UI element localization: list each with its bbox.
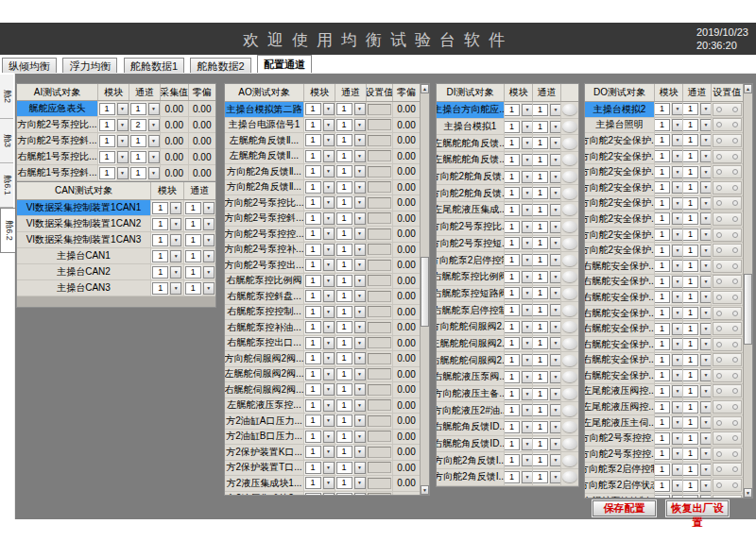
table-row[interactable]: 方向舵2舵角反馈...1▼1▼ xyxy=(437,169,578,186)
dropdown-value[interactable]: 1 xyxy=(185,266,201,279)
table-row[interactable]: 方向舵液压主备...1▼1▼ xyxy=(437,386,578,403)
dropdown-select[interactable]: 1▼ xyxy=(505,371,533,383)
dropdown-select[interactable]: 1▼ xyxy=(533,304,561,316)
table-row[interactable]: 右艉舵泵控比例阀1▼1▼0.00 xyxy=(225,274,420,290)
dropdown-arrow-icon[interactable]: ▼ xyxy=(522,221,533,233)
table-row[interactable]: 方向舵2号泵控控...1▼1▼ xyxy=(585,447,743,463)
dropdown-value[interactable]: 1 xyxy=(683,369,698,381)
set-value-toggle[interactable] xyxy=(713,431,742,445)
dropdown-select[interactable]: 1▼ xyxy=(336,368,366,380)
table-row[interactable]: 方向舵2号泵控斜...1▼1▼0.000.00 xyxy=(17,133,215,149)
dropdown-select[interactable]: 1▼ xyxy=(683,276,712,288)
dropdown-value[interactable]: 1 xyxy=(99,151,115,163)
dropdown-value[interactable]: 1 xyxy=(533,154,548,166)
dropdown-arrow-icon[interactable]: ▼ xyxy=(672,495,683,499)
row-label[interactable]: 右艉舵角反馈ⅠD... xyxy=(437,419,505,435)
dropdown-arrow-icon[interactable]: ▼ xyxy=(522,237,533,249)
dropdown-arrow-icon[interactable]: ▼ xyxy=(700,307,712,319)
table-row[interactable]: 方2保护装置K口...1▼1▼0.00 xyxy=(225,445,420,461)
dropdown-value[interactable]: 1 xyxy=(655,291,670,303)
table-row[interactable]: 方向舵液压2#油...1▼1▼ xyxy=(437,402,578,419)
radio-icon[interactable] xyxy=(732,232,738,238)
dropdown-arrow-icon[interactable]: ▼ xyxy=(323,103,335,115)
row-label[interactable]: 右艉舵泵控补油... xyxy=(225,320,304,335)
set-value-toggle[interactable] xyxy=(713,275,742,288)
row-label[interactable]: 左艉舵舵伺服阀2... xyxy=(437,336,505,352)
dropdown-arrow-icon[interactable]: ▼ xyxy=(700,119,712,131)
dropdown-value[interactable]: 1 xyxy=(533,204,548,216)
dropdown-arrow-icon[interactable]: ▼ xyxy=(672,212,683,225)
dropdown-arrow-icon[interactable]: ▼ xyxy=(550,221,561,233)
dropdown-select[interactable]: 1▼ xyxy=(533,454,561,466)
dropdown-value[interactable]: 1 xyxy=(683,495,698,499)
dropdown-select[interactable]: 1▼ xyxy=(505,404,533,416)
dropdown-select[interactable]: 1▼ xyxy=(336,228,366,240)
tab-rudder-data-1[interactable]: 舵舱数据1 xyxy=(124,58,184,73)
dropdown-arrow-icon[interactable]: ▼ xyxy=(522,187,533,199)
table-row[interactable]: 方向舵舵伺服阀2...1▼1▼ xyxy=(437,319,578,336)
dropdown-value[interactable]: 1 xyxy=(655,338,670,350)
dropdown-select[interactable]: 1▼ xyxy=(336,477,366,489)
table-row[interactable]: 右艉舵伺服阀2阀...1▼1▼0.00 xyxy=(225,382,420,398)
dropdown-arrow-icon[interactable]: ▼ xyxy=(522,388,533,400)
dropdown-value[interactable]: 1 xyxy=(305,446,321,458)
dropdown-value[interactable]: 1 xyxy=(336,181,352,194)
table-row[interactable]: 右艉舵泵控出口...1▼1▼0.00 xyxy=(225,336,420,352)
row-label[interactable]: 方向舵2安全保护... xyxy=(585,180,655,195)
dropdown-select[interactable]: 1▼ xyxy=(655,432,683,445)
dropdown-select[interactable]: 1▼ xyxy=(655,495,683,499)
dropdown-select[interactable]: 1▼ xyxy=(655,291,683,303)
dropdown-select[interactable]: 1▼ xyxy=(336,165,366,178)
dropdown-arrow-icon[interactable]: ▼ xyxy=(700,416,712,429)
dropdown-arrow-icon[interactable]: ▼ xyxy=(550,454,561,466)
dropdown-select[interactable]: 1▼ xyxy=(533,221,561,233)
dropdown-value[interactable]: 1 xyxy=(655,181,670,194)
dropdown-select[interactable]: 1▼ xyxy=(99,167,129,179)
dropdown-arrow-icon[interactable]: ▼ xyxy=(700,228,712,241)
table-row[interactable]: 右艉舵泵控补油...1▼1▼0.00 xyxy=(225,320,420,336)
dropdown-arrow-icon[interactable]: ▼ xyxy=(672,197,683,210)
radio-icon[interactable] xyxy=(732,122,738,127)
table-row[interactable]: 方向舵2安全保护...1▼1▼ xyxy=(585,180,743,196)
table-row[interactable]: 方向舵2号泵控比...1▼1▼ xyxy=(437,219,578,236)
dropdown-value[interactable]: 1 xyxy=(336,493,352,496)
table-row[interactable]: 方向舵2角反馈Ⅰ...1▼1▼ xyxy=(437,469,578,486)
dropdown-select[interactable]: 1▼ xyxy=(305,321,335,333)
dropdown-value[interactable]: 1 xyxy=(336,150,352,162)
row-label[interactable]: 右艉舵安全保护... xyxy=(585,353,655,368)
table-row[interactable]: 右艉舵安全保护...1▼1▼ xyxy=(585,368,743,384)
dropdown-value[interactable]: 1 xyxy=(336,477,352,489)
dropdown-select[interactable]: 1▼ xyxy=(336,119,366,131)
dropdown-value[interactable]: 1 xyxy=(533,104,548,116)
scroll-up-icon[interactable]: ▲ xyxy=(744,84,752,93)
dropdown-arrow-icon[interactable]: ▼ xyxy=(550,104,561,116)
tab-buoyancy-balance[interactable]: 浮力均衡 xyxy=(62,58,117,73)
dropdown-value[interactable]: 1 xyxy=(683,276,698,288)
dropdown-value[interactable]: 1 xyxy=(533,421,548,433)
row-label[interactable]: 右艉舵安全保护... xyxy=(585,290,655,305)
dropdown-arrow-icon[interactable]: ▼ xyxy=(700,495,712,499)
dropdown-arrow-icon[interactable]: ▼ xyxy=(354,228,366,240)
dropdown-arrow-icon[interactable]: ▼ xyxy=(700,401,712,414)
dropdown-arrow-icon[interactable]: ▼ xyxy=(550,187,561,199)
table-row[interactable]: 方2保护装置T口...1▼1▼0.00 xyxy=(225,461,420,477)
table-row[interactable]: 方向舵2安全保护...1▼1▼ xyxy=(585,149,743,165)
dropdown-select[interactable]: 1▼ xyxy=(655,480,683,492)
dropdown-value[interactable]: 1 xyxy=(533,137,548,149)
row-label[interactable]: 右艉舵伺服阀2阀... xyxy=(225,382,304,397)
dropdown-select[interactable]: 1▼ xyxy=(152,218,181,230)
dropdown-select[interactable]: 1▼ xyxy=(533,154,561,166)
dropdown-value[interactable]: 1 xyxy=(336,134,352,146)
row-label[interactable]: 方向舵泵2启停控制 xyxy=(437,252,505,268)
set-value-input[interactable] xyxy=(368,197,391,209)
dropdown-select[interactable]: 1▼ xyxy=(533,337,561,349)
dropdown-arrow-icon[interactable]: ▼ xyxy=(354,259,366,271)
set-value-input[interactable] xyxy=(368,462,391,473)
radio-icon[interactable] xyxy=(716,388,722,394)
dropdown-value[interactable]: 1 xyxy=(533,271,548,283)
dropdown-arrow-icon[interactable]: ▼ xyxy=(550,237,561,249)
dropdown-arrow-icon[interactable]: ▼ xyxy=(354,352,366,364)
dropdown-value[interactable]: 1 xyxy=(655,495,670,499)
dropdown-value[interactable]: 1 xyxy=(185,218,201,230)
table-row[interactable]: 主操台电源信号11▼1▼0.00 xyxy=(225,118,420,134)
